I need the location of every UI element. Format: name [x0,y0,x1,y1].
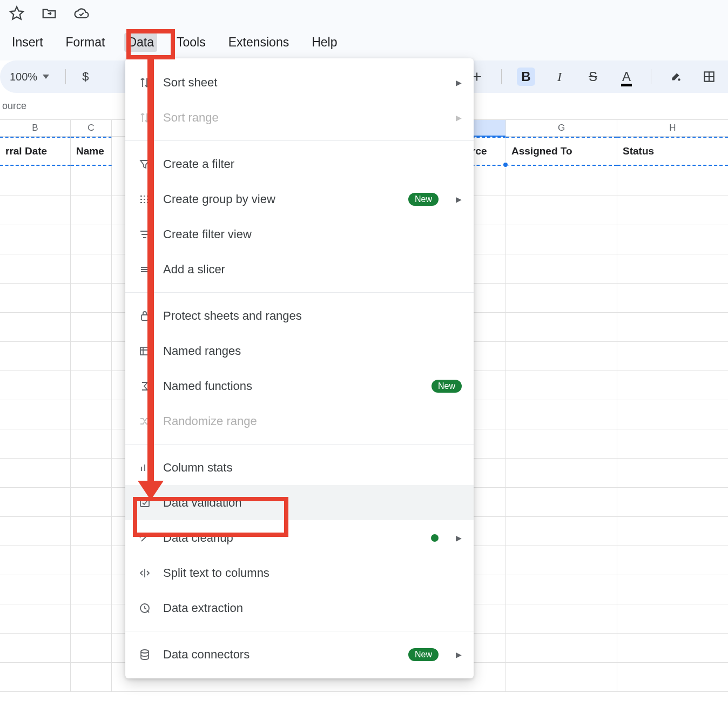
cell[interactable] [0,282,71,313]
header-cell-assigned-to[interactable]: Assigned To [506,137,617,166]
cell[interactable] [617,282,728,313]
cell[interactable] [617,457,728,488]
cell[interactable] [0,370,71,400]
menu-item-sort-sheet[interactable]: Sort sheet ▶ [125,65,474,100]
menu-item-add-slicer[interactable]: Add a slicer [125,252,474,287]
menu-item-column-stats[interactable]: Column stats [125,450,474,485]
cell[interactable] [506,428,617,459]
menu-item-data-validation[interactable]: Data validation [125,485,474,520]
cell[interactable] [617,341,728,371]
cell[interactable] [506,574,617,604]
cell[interactable] [0,487,71,517]
header-cell-referral-date[interactable]: rral Date [0,137,71,166]
cell[interactable] [0,545,71,575]
col-header-B[interactable]: B [0,120,71,136]
cell[interactable] [617,574,728,604]
cell[interactable] [71,428,112,459]
cell[interactable] [506,224,617,254]
menu-format[interactable]: Format [63,33,109,52]
cell[interactable] [506,457,617,488]
cell[interactable] [71,574,112,604]
cell[interactable] [617,253,728,284]
cell[interactable] [0,603,71,634]
borders-button[interactable] [700,68,718,86]
cell[interactable] [506,312,617,342]
cell[interactable] [71,195,112,225]
cell[interactable] [506,632,617,663]
menu-data[interactable]: Data [124,33,157,52]
cell[interactable] [71,166,112,196]
cell[interactable] [617,632,728,663]
cell[interactable] [71,253,112,284]
cell[interactable] [0,166,71,196]
cell[interactable] [71,399,112,429]
cell[interactable] [506,282,617,313]
cell[interactable] [617,166,728,196]
cell[interactable] [617,545,728,575]
menu-extensions[interactable]: Extensions [225,33,293,52]
cell[interactable] [0,341,71,371]
cell[interactable] [617,516,728,546]
cell[interactable] [0,632,71,663]
strikethrough-button[interactable]: S [584,68,602,86]
cell[interactable] [617,603,728,634]
cell[interactable] [71,545,112,575]
cell[interactable] [0,224,71,254]
menu-item-create-group-by-view[interactable]: Create group by view New ▶ [125,181,474,217]
cell[interactable] [71,312,112,342]
star-icon[interactable] [9,5,25,24]
cell[interactable] [0,457,71,488]
col-header-C[interactable]: C [71,120,112,136]
cell[interactable] [617,428,728,459]
menu-item-create-filter[interactable]: Create a filter [125,146,474,181]
cell[interactable] [71,603,112,634]
bold-button[interactable]: B [517,68,535,86]
cell[interactable] [71,487,112,517]
cell[interactable] [0,253,71,284]
cell[interactable] [617,662,728,692]
cell[interactable] [617,195,728,225]
cell[interactable] [0,574,71,604]
cell[interactable] [71,662,112,692]
menu-insert[interactable]: Insert [9,33,46,52]
col-header-H[interactable]: H [617,120,728,136]
cell[interactable] [506,399,617,429]
cell[interactable] [506,253,617,284]
cell[interactable] [71,282,112,313]
cell[interactable] [506,370,617,400]
cell[interactable] [71,224,112,254]
cell[interactable] [506,603,617,634]
cell[interactable] [0,195,71,225]
cell[interactable] [617,399,728,429]
header-cell-status[interactable]: Status [617,137,728,166]
cell[interactable] [617,487,728,517]
menu-item-protect-sheets[interactable]: Protect sheets and ranges [125,298,474,333]
cell[interactable] [506,487,617,517]
cell[interactable] [617,370,728,400]
cell[interactable] [0,312,71,342]
cell[interactable] [506,195,617,225]
cell[interactable] [71,632,112,663]
menu-help[interactable]: Help [308,33,340,52]
cell[interactable] [506,341,617,371]
menu-item-split-text[interactable]: Split text to columns [125,555,474,590]
italic-button[interactable]: I [550,68,569,86]
cell[interactable] [71,457,112,488]
cell[interactable] [71,341,112,371]
menu-item-data-cleanup[interactable]: Data cleanup ▶ [125,520,474,555]
header-cell-name[interactable]: Name [71,137,112,166]
cell[interactable] [617,312,728,342]
cell[interactable] [0,399,71,429]
menu-item-data-extraction[interactable]: Data extraction [125,590,474,625]
cell[interactable] [506,166,617,196]
cell[interactable] [71,516,112,546]
fill-color-button[interactable] [666,68,685,86]
cell[interactable] [0,662,71,692]
text-color-button[interactable]: A [617,68,636,86]
menu-item-named-functions[interactable]: Named functions New [125,368,474,403]
menu-item-named-ranges[interactable]: Named ranges [125,333,474,368]
cell[interactable] [0,428,71,459]
move-to-icon[interactable] [41,5,57,24]
col-header-G[interactable]: G [506,120,617,136]
cell[interactable] [617,224,728,254]
